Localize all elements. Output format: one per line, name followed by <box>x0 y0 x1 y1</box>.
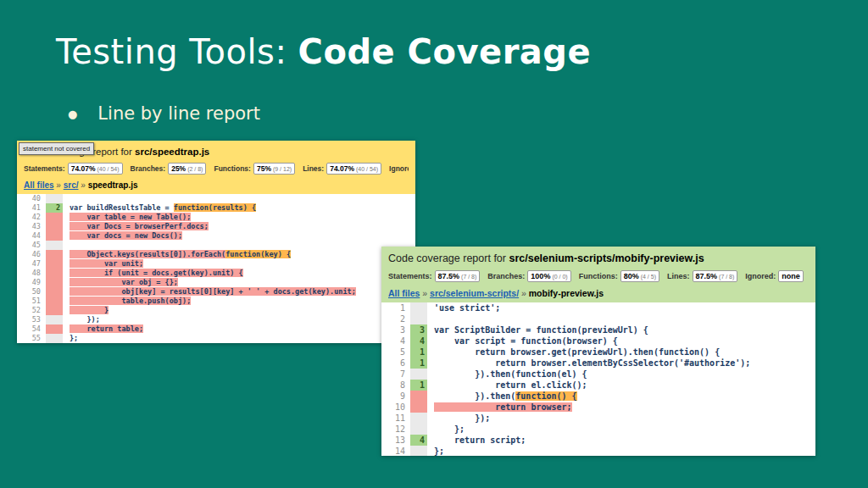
line-number: 46 <box>17 250 46 259</box>
fn-no-segment: function(results) { <box>174 203 256 212</box>
code-line: 52 } <box>17 306 415 315</box>
line-number: 50 <box>17 287 46 297</box>
code-line: 44 var docs = new Docs(); <box>17 231 415 241</box>
line-number: 4 <box>381 336 410 347</box>
report-title-prefix: Code coverage report for <box>388 252 509 264</box>
breadcrumb-link[interactable]: src/ <box>64 180 79 190</box>
coverage-report-mobify-preview: Code coverage report for src/selenium-sc… <box>381 247 815 456</box>
code-line: 44 var script = function(browser) { <box>381 336 815 347</box>
coverage-count <box>46 250 63 259</box>
line-number: 51 <box>17 297 46 306</box>
stmt-no-segment: table.push(obj); <box>70 297 191 305</box>
code-text: 'use strict'; <box>427 302 815 313</box>
stat-item: Lines:87.5%(7 / 8) <box>667 270 737 282</box>
code-segment: return browser.get(previewUrl).then(func… <box>434 347 720 357</box>
line-number: 2 <box>381 313 410 324</box>
code-segment: return el.click(); <box>434 380 587 390</box>
breadcrumb: All files » src/selenium-scripts/ » mobi… <box>388 288 809 298</box>
code-segment: return browser.elementByCssSelector('#au… <box>434 358 750 368</box>
breadcrumb-current: mobify-preview.js <box>529 288 604 298</box>
coverage-count <box>410 369 427 380</box>
code-lines: 40 412var buildResultsTable = function(r… <box>17 194 415 343</box>
code-text: return browser.elementByCssSelector('#au… <box>427 358 815 369</box>
code-line: 51 table.push(obj); <box>17 297 415 306</box>
stats-row: Statements:87.5%(7 / 8)Branches:100%(0 /… <box>388 270 809 282</box>
breadcrumb-separator: » <box>519 288 529 298</box>
stmt-no-segment: var Docs = browserPerf.docs; <box>70 222 209 230</box>
coverage-count: 4 <box>410 435 427 446</box>
code-line: 1 'use strict'; <box>381 302 815 313</box>
coverage-count <box>46 297 63 306</box>
coverage-count <box>46 306 63 315</box>
code-text: obj[key] = results[0][key] + ' ' + docs.… <box>63 287 415 297</box>
code-text: } <box>63 306 415 315</box>
coverage-count <box>46 315 63 324</box>
breadcrumb-separator: » <box>420 288 430 298</box>
coverage-count <box>410 402 427 413</box>
code-segment: }; <box>434 446 444 456</box>
stat-fraction: (7 / 8) <box>719 274 734 280</box>
stat-label: Ignored: <box>389 164 409 173</box>
breadcrumb-current: speedtrap.js <box>88 180 138 190</box>
coverage-count <box>46 287 63 297</box>
stat-percentage: none <box>782 272 800 280</box>
line-number: 7 <box>381 369 410 380</box>
breadcrumb-link[interactable]: All files <box>24 180 54 190</box>
code-line: 14 }; <box>381 446 815 456</box>
breadcrumb-link[interactable]: All files <box>388 288 420 298</box>
code-text: var table = new Table(); <box>63 213 415 222</box>
stat-label: Functions: <box>579 272 618 280</box>
report-title-filename: src/speedtrap.js <box>135 147 209 157</box>
code-text: }); <box>427 413 815 424</box>
line-number: 9 <box>381 391 410 402</box>
code-area: 40 412var buildResultsTable = function(r… <box>17 194 415 343</box>
code-line: 33var ScriptBuilder = function(previewUr… <box>381 324 815 336</box>
code-text <box>427 313 815 324</box>
coverage-count: 4 <box>410 336 427 347</box>
stat-fraction: (0 / 0) <box>552 274 567 280</box>
line-number: 45 <box>17 241 46 250</box>
coverage-count <box>410 446 427 456</box>
line-number: 10 <box>381 402 410 413</box>
code-line: 48 if (unit = docs.get(key).unit) { <box>17 269 415 278</box>
stmt-no-segment: var table = new Table(); <box>70 213 191 221</box>
stat-value-box: 87.5%(7 / 8) <box>435 270 481 282</box>
code-text: return browser.get(previewUrl).then(func… <box>427 347 815 358</box>
stat-percentage: 74.07% <box>71 164 96 173</box>
code-segment: }; <box>434 424 465 434</box>
code-line: 49 var obj = {}; <box>17 278 415 287</box>
stat-fraction: (7 / 8) <box>461 274 476 280</box>
slide-title: Testing Tools: Code Coverage <box>56 32 591 71</box>
line-number: 13 <box>381 435 410 446</box>
coverage-count <box>410 391 427 402</box>
coverage-count <box>410 313 427 324</box>
breadcrumb-link[interactable]: src/selenium-scripts/ <box>430 288 519 298</box>
code-text: var docs = new Docs(); <box>63 231 415 241</box>
code-text: Object.keys(results[0]).forEach(function… <box>63 250 415 259</box>
coverage-count <box>410 302 427 313</box>
code-text: var script = function(browser) { <box>427 336 815 347</box>
slide-title-regular: Testing Tools: <box>56 32 298 71</box>
line-number: 5 <box>381 347 410 358</box>
code-area: 1 'use strict';2 33var ScriptBuilder = f… <box>381 302 815 456</box>
coverage-count <box>410 413 427 424</box>
code-segment: }); <box>434 413 490 423</box>
coverage-count: 1 <box>410 347 427 358</box>
code-text: return browser; <box>427 402 815 413</box>
stat-item: Functions:80%(4 / 5) <box>579 270 659 282</box>
line-number: 48 <box>17 269 46 278</box>
stmt-no-segment: return browser; <box>434 402 572 412</box>
report-title: Code coverage report for src/selenium-sc… <box>388 252 809 264</box>
stat-percentage: 87.5% <box>696 272 718 280</box>
line-number: 43 <box>17 222 46 231</box>
line-number: 52 <box>17 306 46 315</box>
stat-label: Statements: <box>388 272 432 280</box>
code-text <box>63 194 415 203</box>
code-text: }; <box>427 446 815 456</box>
code-line: 61 return browser.elementByCssSelector('… <box>381 358 815 369</box>
stat-fraction: (4 / 5) <box>641 274 656 280</box>
coverage-count: 1 <box>410 358 427 369</box>
code-text: return table; <box>63 324 415 334</box>
coverage-count <box>46 241 63 250</box>
line-number: 11 <box>381 413 410 424</box>
